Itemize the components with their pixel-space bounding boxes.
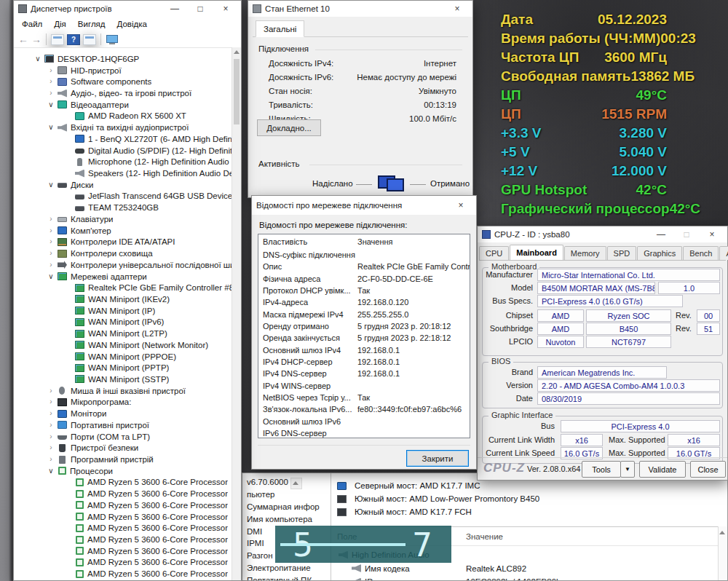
tree-item[interactable]: ›Миша й інші вказівні пристрої	[14, 385, 232, 397]
tree-item[interactable]: AMD Ryzen 5 3600 6-Core Processor	[14, 522, 232, 534]
tree-item[interactable]: ∨Вхідні та вихідні аудіопристрої	[14, 122, 232, 133]
tree-item[interactable]: ›Програмний пристрій	[14, 454, 232, 465]
tree-item[interactable]: Digital Audio (S/PDIF) (12- High Definit…	[14, 145, 232, 157]
details-close-button[interactable]: Закрити	[406, 450, 469, 467]
tree-item[interactable]: ›Клавіатури	[14, 213, 232, 225]
back-icon[interactable]: ←	[18, 34, 28, 44]
tree-item[interactable]: WAN Miniport (SSTP)	[14, 374, 232, 385]
tree-chevron-icon[interactable]: ›	[46, 422, 56, 429]
tree-item[interactable]: AMD Ryzen 5 3600 6-Core Processor	[14, 534, 232, 545]
tree-item[interactable]: AMD Ryzen 5 3600 6-Core Processor	[14, 477, 232, 489]
tab-cpu[interactable]: CPU	[479, 246, 509, 260]
maximize-button[interactable]: □	[676, 226, 697, 242]
tree-chevron-icon[interactable]: ›	[46, 238, 56, 245]
details-row[interactable]: Маска підмережі IPv4255.255.255.0	[263, 310, 470, 322]
tree-item[interactable]: WAN Miniport (IPv6)	[14, 317, 232, 328]
tree-item[interactable]: Speakers (12- High Definition Audio Devi…	[14, 167, 232, 179]
minimize-button[interactable]: —	[164, 1, 186, 17]
details-row[interactable]: IPv4-адреса192.168.0.120	[263, 298, 470, 309]
aida-menu-item[interactable]: v6.70.6000	[247, 478, 331, 490]
tree-item[interactable]: ›Контролери сховища	[14, 248, 232, 259]
tree-item[interactable]: AMD Ryzen 5 3600 6-Core Processor	[14, 545, 232, 557]
tools-dropdown-icon[interactable]: ▼	[620, 461, 635, 478]
tree-chevron-icon[interactable]: ∨	[46, 181, 56, 189]
details-row[interactable]: IPv4 DHCP-сервер192.168.0.1	[263, 357, 470, 369]
validate-button[interactable]: Validate	[639, 461, 686, 478]
tree-item[interactable]: ›Аудіо-, відео- та ігрові пристрої	[14, 87, 232, 99]
tree-item[interactable]: ∨Процесори	[14, 465, 232, 477]
scrollbar-thumb[interactable]	[234, 59, 240, 125]
details-row[interactable]: ОписRealtek PCIe GbE Family Controller #…	[263, 262, 470, 274]
tree-item[interactable]: ∨DESKTOP-1HQF6GP	[14, 53, 232, 65]
tree-chevron-icon[interactable]: ›	[46, 398, 56, 406]
minimize-button[interactable]: —	[650, 226, 672, 242]
tree-chevron-icon[interactable]: ›	[46, 444, 56, 451]
tree-item[interactable]: WAN Miniport (IKEv2)	[14, 293, 232, 305]
details-row[interactable]: IPv4 WINS-сервер	[263, 382, 470, 393]
tree-chevron-icon[interactable]: ›	[46, 227, 56, 234]
tree-chevron-icon[interactable]: ∨	[46, 101, 56, 108]
aida-menu-item[interactable]: пьютер	[247, 490, 331, 502]
tree-chevron-icon[interactable]: ›	[46, 90, 56, 97]
tree-item[interactable]: TEAM T253240GB	[14, 202, 232, 213]
tab-spd[interactable]: SPD	[607, 246, 637, 260]
details-row[interactable]: Основний шлюз IPv6	[263, 417, 470, 429]
details-row[interactable]: Оренда закінчується5 грудня 2023 р. 22:1…	[263, 333, 470, 345]
forward-icon[interactable]: →	[31, 34, 41, 44]
maximize-button[interactable]: □	[189, 1, 211, 17]
details-row[interactable]: Зв'язок-локальна IPv6...fe80::3449:fc0f:…	[263, 405, 470, 416]
tree-item[interactable]: ∨Диски	[14, 179, 232, 191]
tree-chevron-icon[interactable]: ∨	[46, 124, 56, 131]
tab-about[interactable]: About	[719, 246, 728, 260]
list-view-icon[interactable]	[83, 34, 96, 45]
tree-item[interactable]: ›Портативні пристрої	[14, 419, 232, 431]
menu-item-Файл[interactable]: Файл	[17, 19, 47, 29]
menu-item-Довідка[interactable]: Довідка	[112, 19, 152, 29]
tree-item[interactable]: WAN Miniport (PPPOE)	[14, 351, 232, 363]
tree-chevron-icon[interactable]: ›	[46, 410, 56, 417]
details-row[interactable]: DNS-суфікс підключення	[263, 250, 470, 262]
details-row[interactable]: IPv4 DNS-сервер192.168.0.1	[263, 369, 470, 381]
tree-chevron-icon[interactable]: ∨	[46, 467, 56, 475]
tree-item[interactable]: ›Software components	[14, 76, 232, 87]
details-row[interactable]: IPv6 DNS-сервер	[263, 429, 470, 438]
tree-item[interactable]: Microphone (12- High Definition Audio De…	[14, 156, 232, 167]
aida64-right-scrollbar[interactable]	[718, 526, 727, 580]
close-icon[interactable]: ×	[446, 1, 468, 17]
details-row[interactable]: Оренду отримано5 грудня 2023 р. 20:18:12	[263, 322, 470, 333]
scan-hardware-icon[interactable]	[106, 34, 119, 45]
tree-chevron-icon[interactable]: ›	[46, 67, 56, 74]
tree-item[interactable]: ›Контролери універсальної послідовної ши…	[14, 259, 232, 271]
tree-item[interactable]: WAN Miniport (IP)	[14, 305, 232, 317]
tree-item[interactable]: ›Порти (COM та LPT)	[14, 431, 232, 443]
tree-chevron-icon[interactable]: ∨	[33, 55, 43, 63]
aida-chipset-row[interactable]: Южный мост: AMD Low-Power Promontory B45…	[331, 492, 727, 505]
tree-item[interactable]: AMD Ryzen 5 3600 6-Core Processor	[14, 488, 232, 499]
tree-item[interactable]: WAN Miniport (Network Monitor)	[14, 339, 232, 351]
tree-chevron-icon[interactable]: ›	[46, 456, 56, 463]
aida-chipset-row[interactable]: Северный мост: AMD K17.7 IMC	[331, 479, 727, 492]
tools-button[interactable]: Tools	[582, 461, 621, 478]
details-row[interactable]: Основний шлюз IPv4192.168.0.1	[263, 346, 470, 357]
menu-item-Вигляд[interactable]: Вигляд	[73, 19, 111, 29]
details-button[interactable]: Докладно...	[257, 119, 321, 136]
close-button[interactable]: ×	[215, 1, 237, 17]
menu-item-Дія[interactable]: Дія	[49, 19, 71, 29]
tree-item[interactable]: ›HID-пристрої	[14, 65, 232, 76]
tree-item[interactable]: ›Контролери IDE ATA/ATAPI	[14, 237, 232, 248]
tab-memory[interactable]: Memory	[564, 246, 606, 260]
tree-item[interactable]: AMD Ryzen 5 3600 6-Core Processor	[14, 568, 232, 580]
tree-chevron-icon[interactable]: ∨	[46, 273, 56, 280]
tree-chevron-icon[interactable]: ›	[46, 78, 56, 85]
tree-chevron-icon[interactable]: ›	[46, 433, 56, 440]
tab-mainboard[interactable]: Mainboard	[510, 245, 563, 260]
tree-item[interactable]: ∨Мережеві адаптери	[14, 271, 232, 282]
properties-icon[interactable]	[51, 34, 64, 45]
details-row[interactable]: Протокол DHCP увімк...Так	[263, 286, 470, 298]
details-row[interactable]: NetBIOS через Tcpip у...Так	[263, 393, 470, 405]
tab-bench[interactable]: Bench	[683, 246, 719, 260]
aida-menu-item[interactable]: Электропитание	[247, 564, 331, 576]
cpuz-close-button[interactable]: Close	[690, 461, 726, 478]
details-row[interactable]: Фізична адреса2C-F0-5D-DD-CE-6E	[263, 274, 470, 286]
tree-item[interactable]: WAN Miniport (PPTP)	[14, 362, 232, 374]
